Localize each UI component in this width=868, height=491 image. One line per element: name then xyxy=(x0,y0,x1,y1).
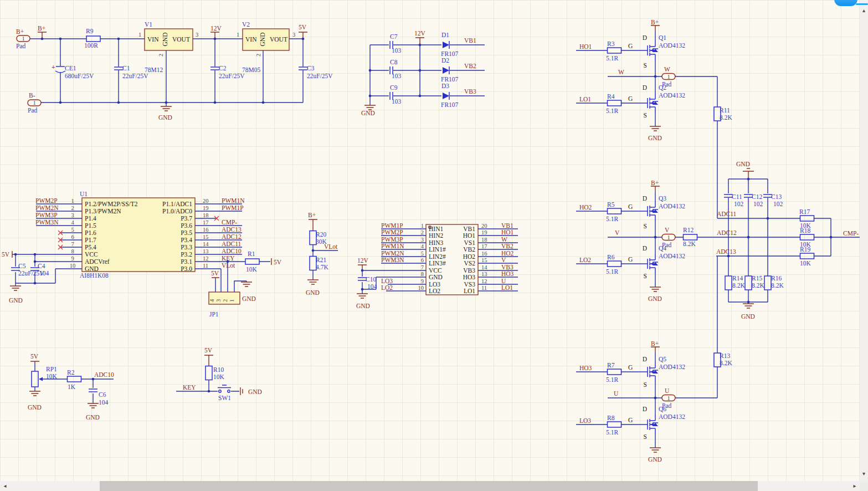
label-5v: 5V xyxy=(30,353,39,360)
resistor-symbol[interactable] xyxy=(608,48,622,53)
diode-symbol[interactable] xyxy=(443,93,449,99)
resistor-symbol[interactable] xyxy=(608,208,622,214)
gnd-symbol[interactable] xyxy=(650,287,661,291)
wire-junction-dot xyxy=(92,378,95,381)
label-r20: R20 xyxy=(316,231,326,238)
schematic-canvas[interactable]: B+1PadB+R9100RV1VINGNDVOUT13278M1212V+CE… xyxy=(0,0,860,481)
gnd-symbol[interactable] xyxy=(743,304,754,308)
gnd-symbol[interactable] xyxy=(29,391,40,396)
scroll-left-arrow[interactable]: ◂ xyxy=(0,481,10,491)
label-hin2: HIN2 xyxy=(429,232,443,239)
label-p5.4: P5.4 xyxy=(85,244,96,250)
gnd-symbol[interactable] xyxy=(241,282,252,287)
label-s: S xyxy=(644,112,647,119)
label-1: 1 xyxy=(71,198,74,204)
pushbutton-symbol[interactable] xyxy=(218,385,231,392)
wire-junction-dot xyxy=(727,255,730,258)
wire-junction-dot xyxy=(34,260,37,263)
resistor-symbol[interactable] xyxy=(608,100,622,106)
resistor-symbol[interactable] xyxy=(68,376,81,382)
horizontal-scrollbar[interactable]: ◂ ▸ xyxy=(0,481,860,491)
nmos-transistor-symbol[interactable] xyxy=(636,254,658,274)
label-q4: Q4 xyxy=(659,245,666,252)
label-vb1: VB1 xyxy=(501,222,513,229)
gnd-symbol[interactable] xyxy=(650,126,661,131)
label-vlot: VLot xyxy=(222,262,235,269)
resistor-symbol[interactable] xyxy=(800,253,814,259)
label-10k: 10K xyxy=(246,266,258,273)
label-c8: C8 xyxy=(390,59,398,65)
label-c10: C10 xyxy=(366,276,376,283)
label-5v: 5V xyxy=(274,259,282,265)
resistor-symbol[interactable] xyxy=(684,234,697,240)
resistor-symbol[interactable] xyxy=(764,276,771,290)
gnd-symbol[interactable] xyxy=(357,294,368,298)
label-c13: C13 xyxy=(771,193,782,200)
label-vb3: VB3 xyxy=(501,264,513,270)
resistor-symbol[interactable] xyxy=(800,234,814,240)
nmos-transistor-symbol[interactable] xyxy=(636,415,658,434)
wire-junction-dot xyxy=(747,178,750,181)
resistor-symbol[interactable] xyxy=(745,276,752,290)
nmos-transistor-symbol[interactable] xyxy=(636,362,658,382)
label-18: 18 xyxy=(481,237,487,243)
potentiometer-wiper-arrow xyxy=(39,377,43,381)
vertical-scrollbar[interactable]: ▴ ▾ xyxy=(860,0,868,481)
gnd-symbol[interactable] xyxy=(161,106,172,111)
label-g: G xyxy=(628,256,633,263)
schematic-sheet[interactable]: B+1PadB+R9100RV1VINGNDVOUT13278M1212V+CE… xyxy=(0,0,860,481)
label-lo2: LO2 xyxy=(579,257,591,263)
potentiometer-symbol[interactable] xyxy=(32,371,38,387)
scroll-down-arrow[interactable]: ▾ xyxy=(860,470,868,478)
gnd-symbol[interactable] xyxy=(650,448,661,452)
wire-junction-dot xyxy=(369,95,372,98)
label-5v: 5V xyxy=(299,24,307,30)
label-w: W xyxy=(501,236,507,243)
resistor-symbol[interactable] xyxy=(725,276,732,290)
scroll-up-arrow[interactable]: ▴ xyxy=(860,7,868,14)
resistor-symbol[interactable] xyxy=(608,261,622,267)
label-vb3: VB3 xyxy=(463,267,475,274)
electrolytic-capacitor-symbol[interactable] xyxy=(55,67,65,73)
label-d: D xyxy=(643,406,647,412)
resistor-symbol[interactable] xyxy=(608,422,622,427)
nmos-transistor-symbol[interactable] xyxy=(636,40,658,60)
scroll-up-icon: ▴ xyxy=(862,7,865,13)
label-ho1: HO1 xyxy=(463,232,476,239)
label-r14: R14 xyxy=(732,275,743,282)
gnd-symbol[interactable] xyxy=(88,403,99,408)
diode-symbol[interactable] xyxy=(443,42,449,48)
resistor-symbol[interactable] xyxy=(608,369,622,375)
gnd-symbol[interactable] xyxy=(307,280,319,284)
scroll-down-icon: ▾ xyxy=(862,470,865,477)
label-8.2k: 8.2K xyxy=(752,282,764,289)
resistor-symbol[interactable] xyxy=(86,36,100,42)
label-p1.3-pwm2n: P1.3/PWM2N xyxy=(85,208,121,214)
resistor-symbol[interactable] xyxy=(245,259,259,264)
resistor-symbol[interactable] xyxy=(206,366,212,380)
horizontal-scrollbar-thumb[interactable] xyxy=(100,481,758,491)
label-r12: R12 xyxy=(683,227,694,233)
label-p1.7: P1.7 xyxy=(85,237,96,243)
gnd-symbol[interactable] xyxy=(364,105,376,110)
capacitor-symbol[interactable] xyxy=(89,389,97,392)
label-p1.1-adc1: P1.1/ADC1 xyxy=(162,201,192,207)
nmos-transistor-symbol[interactable] xyxy=(636,93,658,113)
label-q6: Q6 xyxy=(659,406,666,412)
capacitor-symbol[interactable] xyxy=(210,67,219,70)
floating-action-button[interactable] xyxy=(834,0,857,6)
scroll-right-arrow[interactable]: ▸ xyxy=(850,481,860,491)
label-r11: R11 xyxy=(720,107,730,114)
capacitor-symbol[interactable] xyxy=(299,67,307,70)
label-g: G xyxy=(628,203,633,210)
resistor-symbol[interactable] xyxy=(800,216,814,221)
diode-symbol[interactable] xyxy=(443,67,449,74)
nmos-transistor-symbol[interactable] xyxy=(636,201,658,221)
label-2: 2 xyxy=(158,54,164,57)
label-d1: D1 xyxy=(441,32,449,38)
capacitor-symbol[interactable] xyxy=(114,67,123,70)
label-1: 1 xyxy=(667,395,670,401)
label-p3.0: P3.0 xyxy=(181,265,192,272)
gnd-symbol[interactable] xyxy=(10,286,21,290)
label-c9: C9 xyxy=(390,84,398,91)
